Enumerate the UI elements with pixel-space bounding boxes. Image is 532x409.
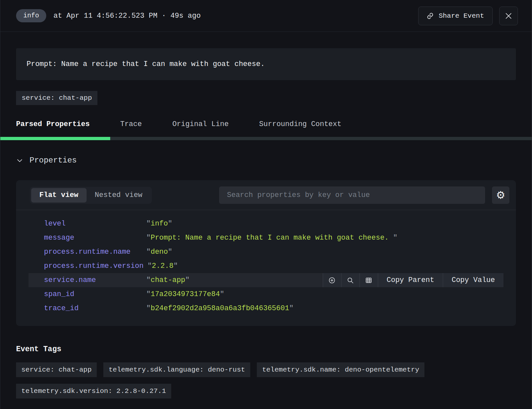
event-details-panel: info at Apr 11 4:56:22.523 PM · 49s ago …: [0, 0, 532, 409]
property-value: "deno": [146, 248, 172, 256]
property-value: "chat-app": [146, 276, 190, 284]
property-value: "Prompt: Name a recipe that I can make w…: [146, 234, 398, 242]
property-value: "b24ef2902d2a958a0a6a3fb046365601": [146, 304, 294, 312]
property-key: trace_id: [44, 304, 142, 312]
property-key: level: [44, 220, 142, 228]
row-actions: Copy ParentCopy Value: [323, 273, 503, 287]
property-row[interactable]: service.name"chat-app"Copy ParentCopy Va…: [29, 273, 503, 287]
copy-value-button[interactable]: Copy Value: [443, 273, 503, 287]
event-timestamp: at Apr 11 4:56:22.523 PM · 49s ago: [53, 12, 201, 20]
nested-view-button[interactable]: Nested view: [87, 188, 151, 203]
log-message-panel: Prompt: Name a recipe that I can make wi…: [16, 48, 516, 80]
property-value: "info": [146, 220, 172, 228]
table-view-button[interactable]: [359, 273, 378, 287]
settings-button[interactable]: ⚙: [492, 186, 509, 204]
event-tags-section: Event Tags service: chat-apptelemetry.sd…: [16, 345, 516, 398]
event-header-right: Share Event: [418, 7, 518, 25]
property-row[interactable]: message"Prompt: Name a recipe that I can…: [29, 231, 503, 245]
chevron-down-icon: [16, 157, 23, 164]
property-key: process.runtime.version: [44, 262, 144, 270]
tab-original-line[interactable]: Original Line: [172, 120, 229, 128]
property-row[interactable]: process.runtime.name"deno": [29, 245, 503, 259]
event-tag[interactable]: telemetry.sdk.version: 2.2.8-0.27.1: [16, 384, 171, 398]
search-value-button[interactable]: [341, 273, 359, 287]
event-header: info at Apr 11 4:56:22.523 PM · 49s ago …: [0, 0, 532, 32]
tab-underline-track: [0, 137, 532, 140]
tab-trace[interactable]: Trace: [120, 120, 142, 128]
event-tag[interactable]: telemetry.sdk.language: deno-rust: [103, 362, 250, 377]
plus-circle-icon: [328, 277, 336, 284]
share-event-button[interactable]: Share Event: [418, 7, 493, 25]
properties-toolbar: Flat view Nested view ⚙: [16, 180, 516, 210]
property-row[interactable]: process.runtime.version"2.2.8": [29, 259, 503, 273]
add-filter-button[interactable]: [323, 273, 341, 287]
event-tags-list: service: chat-apptelemetry.sdk.language:…: [16, 362, 488, 398]
gear-icon: ⚙: [496, 190, 505, 200]
view-toggle: Flat view Nested view: [30, 187, 152, 204]
properties-section-title: Properties: [30, 156, 77, 165]
tab-parsed-properties[interactable]: Parsed Properties: [16, 120, 90, 128]
property-row[interactable]: level"info": [29, 217, 503, 231]
event-tag[interactable]: telemetry.sdk.name: deno-opentelemetry: [257, 362, 424, 377]
level-badge: info: [16, 9, 46, 22]
share-event-label: Share Event: [439, 12, 484, 20]
search-properties-input[interactable]: [219, 186, 485, 204]
log-message-text: Prompt: Name a recipe that I can make wi…: [27, 60, 265, 68]
copy-parent-button[interactable]: Copy Parent: [378, 273, 443, 287]
service-tag[interactable]: service: chat-app: [16, 91, 97, 105]
property-value: "17a2034973177e84": [146, 290, 224, 298]
close-icon: [505, 12, 512, 20]
table-icon: [365, 277, 372, 284]
properties-section-header[interactable]: Properties: [16, 156, 516, 165]
event-body: Prompt: Name a recipe that I can make wi…: [0, 48, 532, 405]
event-header-left: info at Apr 11 4:56:22.523 PM · 49s ago: [16, 9, 201, 22]
tab-surrounding-context[interactable]: Surrounding Context: [259, 120, 341, 128]
properties-panel: Flat view Nested view ⚙ level"info"messa…: [16, 180, 516, 326]
property-key: message: [44, 234, 142, 242]
active-tab-indicator: [0, 137, 110, 140]
search-icon: [347, 277, 354, 284]
event-tag[interactable]: service: chat-app: [16, 362, 97, 377]
event-tags-title: Event Tags: [16, 345, 516, 354]
tab-row: Parsed Properties Trace Original Line Su…: [16, 120, 516, 128]
properties-rows: level"info"message"Prompt: Name a recipe…: [16, 210, 516, 317]
property-key: process.runtime.name: [44, 248, 142, 256]
property-row[interactable]: trace_id"b24ef2902d2a958a0a6a3fb04636560…: [29, 301, 503, 315]
link-icon: [427, 12, 434, 19]
property-key: service.name: [44, 276, 142, 284]
flat-view-button[interactable]: Flat view: [31, 188, 87, 203]
property-row[interactable]: span_id"17a2034973177e84": [29, 287, 503, 301]
property-value: "2.2.8": [148, 262, 178, 270]
property-key: span_id: [44, 290, 142, 298]
close-button[interactable]: [499, 7, 518, 25]
tab-bar: Parsed Properties Trace Original Line Su…: [16, 120, 516, 140]
